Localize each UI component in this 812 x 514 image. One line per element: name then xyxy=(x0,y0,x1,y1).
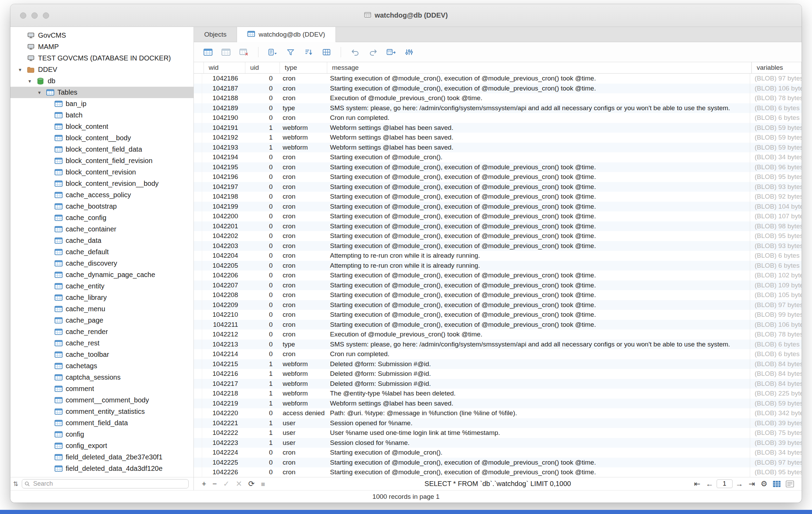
undo-icon[interactable] xyxy=(347,45,363,59)
cell-uid[interactable]: 0 xyxy=(244,301,278,309)
cell-uid[interactable]: 1 xyxy=(244,429,278,437)
cell-message[interactable]: Session opened for %name. xyxy=(325,419,750,427)
cell-uid[interactable]: 0 xyxy=(244,193,278,200)
sidebar-item-table[interactable]: cache_dynamic_page_cache xyxy=(10,269,193,280)
filter-icon[interactable] xyxy=(283,45,299,59)
table-row[interactable]: 10422030cronStarting execution of @modul… xyxy=(194,241,802,251)
new-table-icon[interactable] xyxy=(200,45,216,59)
cell-wid[interactable]: 1042212 xyxy=(202,331,244,338)
row-gutter[interactable] xyxy=(194,133,202,143)
statistics-icon[interactable] xyxy=(401,45,417,59)
cell-uid[interactable]: 1 xyxy=(244,370,278,378)
cell-variables[interactable]: (BLOB) 95 bytes xyxy=(750,467,802,477)
cell-variables[interactable]: (BLOB) 6 bytes xyxy=(750,261,802,271)
table-row[interactable]: 10422191webformWebform settings @label h… xyxy=(194,399,802,409)
cell-variables[interactable]: (BLOB) 98 bytes xyxy=(750,221,802,231)
cell-type[interactable]: cron xyxy=(278,252,325,259)
sort-icon[interactable] xyxy=(301,45,317,59)
row-gutter[interactable] xyxy=(194,300,202,310)
column-header-variables[interactable]: variables xyxy=(752,62,802,73)
sidebar-item-table[interactable]: field_deleted_data_4da3df120e xyxy=(10,463,193,474)
sort-connections-icon[interactable]: ⇅ xyxy=(13,480,18,488)
row-gutter[interactable] xyxy=(194,369,202,379)
table-row[interactable]: 10421880cronExecution of @module_previou… xyxy=(194,93,802,103)
cell-wid[interactable]: 1042188 xyxy=(202,94,244,102)
cell-message[interactable]: Deleted @form: Submission #@id. xyxy=(325,360,750,368)
row-gutter[interactable] xyxy=(194,231,202,241)
cell-uid[interactable]: 0 xyxy=(244,153,278,161)
sidebar-item-table[interactable]: field_deleted_data_2be37e30f1 xyxy=(10,451,193,463)
cell-message[interactable]: Attempting to re-run cron while it is al… xyxy=(325,252,750,259)
cell-message[interactable]: Webform settings @label has been saved. xyxy=(325,400,750,407)
cell-variables[interactable]: (BLOB) 6 bytes xyxy=(750,340,802,350)
cell-uid[interactable]: 0 xyxy=(244,321,278,329)
cell-variables[interactable]: (BLOB) 96 bytes xyxy=(750,162,802,172)
cell-type[interactable]: cron xyxy=(278,193,325,200)
row-gutter[interactable] xyxy=(194,418,202,428)
cell-uid[interactable]: 0 xyxy=(244,252,278,259)
cell-uid[interactable]: 1 xyxy=(244,144,278,151)
cell-wid[interactable]: 1042213 xyxy=(202,341,244,348)
row-gutter[interactable] xyxy=(194,438,202,448)
table-row[interactable]: 10422080cronStarting execution of @modul… xyxy=(194,290,802,300)
row-gutter[interactable] xyxy=(194,280,202,291)
cell-wid[interactable]: 1042195 xyxy=(202,163,244,171)
column-header-uid[interactable]: uid xyxy=(245,62,280,73)
cell-type[interactable]: cron xyxy=(278,222,325,230)
cell-wid[interactable]: 1042216 xyxy=(202,370,244,378)
row-gutter[interactable] xyxy=(194,123,202,133)
cell-uid[interactable]: 0 xyxy=(244,222,278,230)
cell-wid[interactable]: 1042204 xyxy=(202,252,244,259)
cell-wid[interactable]: 1042207 xyxy=(202,282,244,289)
cell-variables[interactable]: (BLOB) 6 bytes xyxy=(750,349,802,359)
row-gutter[interactable] xyxy=(194,93,202,103)
cell-type[interactable]: webform xyxy=(278,360,325,368)
cell-variables[interactable]: (BLOB) 84 bytes xyxy=(750,379,802,389)
table-row[interactable]: 10422120cronExecution of @module_previou… xyxy=(194,330,802,340)
sidebar-item-table[interactable]: block_content_revision__body xyxy=(10,178,193,189)
cell-message[interactable]: Starting execution of @module_cron(), ex… xyxy=(325,311,750,318)
cell-message[interactable]: Starting execution of @module_cron(), ex… xyxy=(325,282,750,289)
table-row[interactable]: 10422221userUser %name used one-time log… xyxy=(194,428,802,438)
row-gutter[interactable] xyxy=(194,152,202,162)
table-row[interactable]: 10421940cronStarting execution of @modul… xyxy=(194,152,802,162)
cell-variables[interactable]: (BLOB) 59 bytes xyxy=(750,399,802,409)
cell-type[interactable]: type xyxy=(278,104,325,112)
row-gutter[interactable] xyxy=(194,458,202,468)
table-row[interactable]: 10422211userSession opened for %name.(BL… xyxy=(194,418,802,428)
row-gutter[interactable] xyxy=(194,221,202,231)
table-row[interactable]: 10421911webformWebform settings @label h… xyxy=(194,123,802,133)
sidebar-item-table[interactable]: cache_page xyxy=(10,315,193,326)
cell-message[interactable]: Path: @uri. %type: @message in %function… xyxy=(325,409,750,417)
delete-row-button[interactable]: − xyxy=(210,480,219,488)
cell-type[interactable]: cron xyxy=(278,94,325,102)
cell-message[interactable]: Starting execution of @module_cron(), ex… xyxy=(325,468,750,476)
cell-uid[interactable]: 0 xyxy=(244,459,278,466)
cell-wid[interactable]: 1042205 xyxy=(202,262,244,269)
cell-message[interactable]: The @entity-type %label has been deleted… xyxy=(325,390,750,397)
cell-wid[interactable]: 1042196 xyxy=(202,173,244,181)
table-row[interactable]: 10422250cronStarting execution of @modul… xyxy=(194,458,802,468)
cell-variables[interactable]: (BLOB) 6 bytes xyxy=(750,113,802,123)
cell-type[interactable]: cron xyxy=(278,262,325,269)
cell-wid[interactable]: 1042224 xyxy=(202,449,244,456)
sidebar-item-table[interactable]: cache_data xyxy=(10,235,193,246)
table-row[interactable]: 10421921webformWebform settings @label h… xyxy=(194,133,802,143)
text-view-icon[interactable] xyxy=(784,479,796,489)
cell-message[interactable]: SMS system: please, go here: /admin/conf… xyxy=(325,341,750,348)
cell-message[interactable]: Starting execution of @module_cron(), ex… xyxy=(325,203,750,210)
cell-variables[interactable]: (BLOB) 39 bytes xyxy=(750,418,802,428)
cell-uid[interactable]: 0 xyxy=(244,183,278,191)
cell-message[interactable]: Starting execution of @module_cron(), ex… xyxy=(325,183,750,191)
revert-changes-button[interactable]: ✕ xyxy=(233,480,244,488)
chevron-down-icon[interactable]: ▾ xyxy=(36,89,43,96)
sidebar-item-table[interactable]: comment_field_data xyxy=(10,417,193,429)
row-gutter[interactable] xyxy=(194,359,202,369)
cell-variables[interactable]: (BLOB) 99 bytes xyxy=(750,310,802,320)
cell-type[interactable]: access denied xyxy=(278,409,325,417)
cell-variables[interactable]: (BLOB) 109 bytes xyxy=(750,280,802,291)
cell-wid[interactable]: 1042203 xyxy=(202,242,244,250)
cell-message[interactable]: Webform settings @label has been saved. xyxy=(325,134,750,141)
sidebar-item-table[interactable]: comment xyxy=(10,383,193,394)
table-row[interactable]: 10421970cronStarting execution of @modul… xyxy=(194,182,802,192)
